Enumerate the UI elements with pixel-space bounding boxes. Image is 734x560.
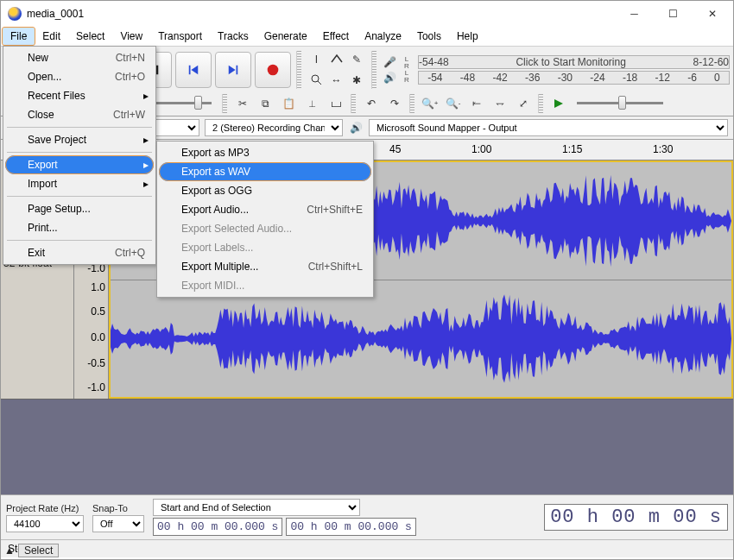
menu-item-export-multiple[interactable]: Export Multiple...Ctrl+Shift+L [159,257,371,276]
menu-item-save-project[interactable]: Save Project▸ [5,130,154,149]
playback-device-select[interactable]: Microsoft Sound Mapper - Output [369,119,728,136]
snap-to-label: Snap-To [92,503,144,513]
record-button[interactable] [255,52,291,88]
collapse-icon[interactable]: ▲ [4,544,15,557]
fit-selection-button[interactable]: ⥒ [466,93,486,113]
zoom-out-button[interactable]: 🔍- [443,93,463,113]
menu-item-export-wav[interactable]: Export as WAV [159,162,371,181]
menu-item-close[interactable]: CloseCtrl+W [5,105,154,124]
undo-button[interactable]: ↶ [361,93,381,113]
selection-toolbar: Project Rate (Hz) 44100 Snap-To Off Star… [1,494,733,539]
skip-end-button[interactable] [215,52,251,88]
svg-point-9 [312,75,319,82]
submenu-arrow-icon: ▸ [143,159,149,171]
toolbar-grip[interactable] [409,94,414,113]
title-bar: media_0001 ─ ☐ ✕ [1,1,733,27]
multi-tool-button[interactable]: ✱ [346,70,366,90]
svg-rect-7 [237,65,238,74]
maximize-button[interactable]: ☐ [654,2,693,26]
menu-tracks[interactable]: Tracks [210,28,256,45]
mic-icon: 🎤 [382,54,397,70]
recording-meter[interactable]: -54-48Click to Start Monitoring8-12-60 [418,55,730,69]
zoom-tool-button[interactable] [307,70,326,90]
silence-button[interactable]: ⌴ [326,93,345,113]
submenu-arrow-icon: ▸ [143,178,149,190]
menu-help[interactable]: Help [449,28,486,45]
audio-position-time[interactable]: 00 h 00 m 00 s [544,504,728,531]
window-title: media_0001 [27,8,615,20]
menu-edit[interactable]: Edit [35,28,68,45]
menu-item-export-audio[interactable]: Export Audio...Ctrl+Shift+E [159,200,371,219]
playback-meter[interactable]: -54-48-42-36-30-24-18-12-60 [418,71,730,85]
toolbar-grip[interactable] [371,51,376,89]
play-at-speed-button[interactable] [548,93,568,113]
svg-marker-6 [229,65,236,74]
menu-item-export-ogg[interactable]: Export as OGG [159,181,371,200]
menu-item-export-labels: Export Labels... [159,238,371,257]
meter-lr-label: LR [402,56,411,70]
playback-speed-slider[interactable] [577,102,663,104]
zoom-toggle-button[interactable]: ⤢ [513,93,533,113]
draw-tool-button[interactable]: ✎ [346,49,366,69]
menu-view[interactable]: View [112,28,150,45]
menu-bar: File Edit Select View Transport Tracks G… [1,27,733,46]
menu-separator [7,152,152,153]
copy-button[interactable]: ⧉ [256,93,275,113]
file-menu-dropdown: NewCtrl+N Open...Ctrl+O Recent Files▸ Cl… [3,46,156,265]
selection-end-time[interactable]: 00 h 00 m 00.000 s [286,518,415,536]
menu-separator [7,127,152,128]
menu-item-export-selected: Export Selected Audio... [159,219,371,238]
menu-item-recent-files[interactable]: Recent Files▸ [5,86,154,105]
menu-item-export-midi: Export MIDI... [159,276,371,295]
menu-analyze[interactable]: Analyze [357,28,409,45]
cut-button[interactable]: ✂ [232,93,252,113]
paste-button[interactable]: 📋 [279,93,299,113]
meter-lr-label: LR [402,70,411,84]
redo-button[interactable]: ↷ [384,93,404,113]
svg-point-8 [268,64,279,75]
menu-item-export-mp3[interactable]: Export as MP3 [159,143,371,162]
zoom-in-button[interactable]: 🔍+ [420,93,440,113]
recording-channels-select[interactable]: 2 (Stereo) Recording Chann [205,119,343,136]
timeshift-tool-button[interactable]: ↔ [326,70,346,90]
menu-item-page-setup[interactable]: Page Setup... [5,199,154,218]
menu-item-print[interactable]: Print... [5,218,154,237]
menu-select[interactable]: Select [68,28,112,45]
menu-item-export[interactable]: Export▸ [5,155,154,174]
toolbar-grip[interactable] [222,94,227,113]
trim-button[interactable]: ⟂ [302,93,322,113]
menu-item-new[interactable]: NewCtrl+N [5,48,154,67]
project-rate-label: Project Rate (Hz) [6,503,84,513]
fit-project-button[interactable]: ⥐ [490,93,509,113]
minimize-button[interactable]: ─ [615,2,654,26]
submenu-arrow-icon: ▸ [143,90,149,102]
snap-to-select[interactable]: Off [92,515,144,532]
app-icon [8,7,22,21]
menu-tools[interactable]: Tools [409,28,449,45]
menu-item-import[interactable]: Import▸ [5,174,154,193]
track-empty-area[interactable] [1,400,733,494]
menu-effect[interactable]: Effect [315,28,357,45]
menu-item-exit[interactable]: ExitCtrl+Q [5,243,154,262]
menu-generate[interactable]: Generate [256,28,315,45]
toolbar-grip[interactable] [538,94,543,113]
menu-file[interactable]: File [3,28,35,45]
menu-separator [7,196,152,197]
skip-start-button[interactable] [175,52,212,88]
selection-tool-button[interactable]: I [307,49,326,69]
close-button[interactable]: ✕ [693,2,731,26]
envelope-tool-button[interactable] [326,49,346,69]
selection-mode-select[interactable]: Start and End of Selection [153,499,360,516]
toolbar-grip[interactable] [351,94,356,113]
menu-item-open[interactable]: Open...Ctrl+O [5,67,154,86]
export-submenu: Export as MP3 Export as WAV Export as OG… [156,141,374,298]
project-rate-select[interactable]: 44100 [6,515,84,532]
select-button[interactable]: Select [18,544,59,557]
speaker-icon: 🔊 [348,120,364,135]
status-bar: Stopped. [1,539,733,557]
toolbar-grip[interactable] [296,51,301,89]
selection-start-time[interactable]: 00 h 00 m 00.000 s [153,518,282,536]
svg-marker-11 [554,99,563,108]
menu-transport[interactable]: Transport [150,28,210,45]
speaker-icon: 🔊 [382,70,397,85]
